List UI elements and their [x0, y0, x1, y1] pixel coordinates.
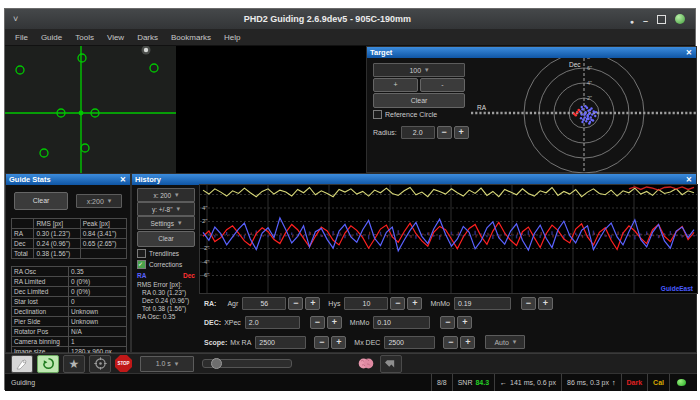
- increase-button[interactable]: [460, 336, 475, 349]
- guide-east-label: GuideEast: [661, 285, 693, 292]
- menu-tools[interactable]: Tools: [75, 33, 94, 42]
- decrease-button[interactable]: [440, 316, 455, 329]
- target-zoom-select[interactable]: 100: [373, 63, 465, 77]
- loop-icon: [42, 357, 55, 370]
- table-row: Total0.38 (1.56"): [12, 249, 127, 259]
- rms-error-header: RMS Error [px]:: [137, 281, 182, 288]
- close-icon[interactable]: [675, 14, 685, 24]
- loop-exposures-button[interactable]: [37, 355, 59, 373]
- menu-guide[interactable]: Guide: [41, 33, 62, 42]
- brain-icon: [358, 357, 374, 370]
- param-name: Mx RA: [230, 339, 251, 346]
- max-ra-value[interactable]: 2500: [255, 336, 306, 349]
- table-row: Rotator PosN/A: [12, 327, 127, 337]
- radius-row: Radius: 2.0: [373, 126, 469, 139]
- guide-button[interactable]: [89, 355, 111, 373]
- guide-stats-titlebar[interactable]: Guide Stats: [6, 174, 130, 185]
- y-axis-label: 2": [202, 218, 207, 224]
- history-settings-select[interactable]: Settings: [137, 216, 195, 230]
- radius-decrease-button[interactable]: [437, 126, 452, 139]
- menu-bookmarks[interactable]: Bookmarks: [171, 33, 211, 42]
- decrease-button[interactable]: [314, 336, 329, 349]
- advanced-settings-button[interactable]: [356, 356, 376, 372]
- stats-clear-button[interactable]: Clear: [14, 192, 68, 210]
- target-zoom-out-button[interactable]: -: [420, 78, 465, 92]
- target-title: Target: [370, 48, 392, 57]
- scope-mode-select[interactable]: Auto: [485, 335, 525, 349]
- corrections-row[interactable]: Corrections: [137, 261, 182, 270]
- snr-indicator: SNR 84.3: [452, 374, 494, 391]
- increase-button[interactable]: [305, 297, 320, 310]
- radius-increase-button[interactable]: [454, 126, 469, 139]
- guide-stats-close-icon[interactable]: [119, 176, 127, 184]
- svg-text:Dec: Dec: [569, 61, 581, 68]
- history-xscale-select[interactable]: x: 200: [137, 188, 195, 202]
- target-titlebar[interactable]: Target: [367, 47, 696, 58]
- decrease-button[interactable]: [310, 316, 325, 329]
- rms-error-ra: RA 0.30 (1.23"): [142, 289, 186, 296]
- ra-aggression-value[interactable]: 56: [242, 297, 286, 310]
- auto-select-star-button[interactable]: ★: [63, 355, 85, 373]
- corrections-checkbox[interactable]: [137, 260, 146, 269]
- history-yscale-select[interactable]: y: +/-8": [137, 202, 195, 216]
- decrease-button[interactable]: [390, 297, 405, 310]
- camera-properties-button[interactable]: [380, 355, 402, 373]
- history-clear-button[interactable]: Clear: [137, 231, 195, 247]
- window-menu-chevron-icon[interactable]: [13, 14, 25, 24]
- connect-equipment-icon: [15, 357, 29, 371]
- slider-knob[interactable]: [211, 358, 222, 369]
- ra-params-label: RA:: [204, 300, 216, 307]
- radius-value[interactable]: 2.0: [401, 126, 435, 139]
- props-table: RA Osc0.35 RA Limited0 (0%) Dec Limited0…: [11, 266, 127, 357]
- ra-minmove-value[interactable]: 0.19: [454, 297, 511, 310]
- table-row: Dec Limited0 (0%): [12, 287, 127, 297]
- legend-ra: RA: [137, 272, 146, 279]
- ra-hysteresis-value[interactable]: 10: [344, 297, 388, 310]
- rms-error-tot: Tot 0.38 (1.56"): [142, 305, 186, 312]
- maximize-icon[interactable]: [657, 15, 666, 24]
- trendlines-row[interactable]: Trendlines: [137, 250, 179, 259]
- increase-button[interactable]: [538, 297, 553, 310]
- table-row: Star lost0: [12, 297, 127, 307]
- corrections-label: Corrections: [149, 261, 182, 268]
- decrease-button[interactable]: [443, 336, 458, 349]
- target-zoom-in-button[interactable]: +: [373, 78, 418, 92]
- window-pin-icon[interactable]: [630, 10, 634, 28]
- cal-indicator: Cal: [647, 374, 669, 391]
- max-dec-value[interactable]: 2500: [384, 336, 435, 349]
- reference-circle-checkbox[interactable]: [373, 110, 382, 119]
- star-icon: ★: [69, 357, 80, 371]
- y-axis-label: 4": [202, 205, 207, 211]
- reference-circle-label: Reference Circle: [385, 111, 437, 118]
- target-clear-button[interactable]: Clear: [373, 93, 465, 108]
- increase-button[interactable]: [331, 336, 346, 349]
- decrease-button[interactable]: [521, 297, 536, 310]
- exposure-select[interactable]: 1.0 s: [140, 356, 194, 372]
- gamma-slider[interactable]: [202, 359, 292, 368]
- menu-help[interactable]: Help: [224, 33, 240, 42]
- minimize-icon[interactable]: [643, 10, 648, 28]
- trendlines-checkbox[interactable]: [137, 249, 146, 258]
- history-graph[interactable]: 4" 2" -2" -4" -6" GuideEast: [199, 184, 698, 294]
- menu-file[interactable]: File: [15, 33, 28, 42]
- guide-camera-image[interactable]: [5, 46, 176, 173]
- history-close-icon[interactable]: [685, 176, 693, 184]
- table-row: RA Osc0.35: [12, 267, 127, 277]
- increase-button[interactable]: [327, 316, 342, 329]
- target-close-icon[interactable]: [685, 49, 693, 57]
- stop-button[interactable]: STOP: [115, 355, 132, 372]
- table-row: Camera binning1: [12, 337, 127, 347]
- increase-button[interactable]: [407, 297, 422, 310]
- increase-button[interactable]: [457, 316, 472, 329]
- dec-xpec-value[interactable]: 2.0: [245, 316, 300, 329]
- connect-equipment-button[interactable]: [11, 355, 33, 373]
- stats-scale-select[interactable]: x:200: [76, 194, 122, 208]
- decrease-button[interactable]: [288, 297, 303, 310]
- menu-darks[interactable]: Darks: [137, 33, 158, 42]
- history-graph-plot: [200, 185, 697, 293]
- param-name: Mx DEC: [354, 339, 380, 346]
- rms-col-rms: RMS [px]: [34, 219, 80, 229]
- reference-circle-row[interactable]: Reference Circle: [373, 111, 437, 120]
- dec-minmove-value[interactable]: 0.10: [373, 316, 430, 329]
- menu-view[interactable]: View: [107, 33, 124, 42]
